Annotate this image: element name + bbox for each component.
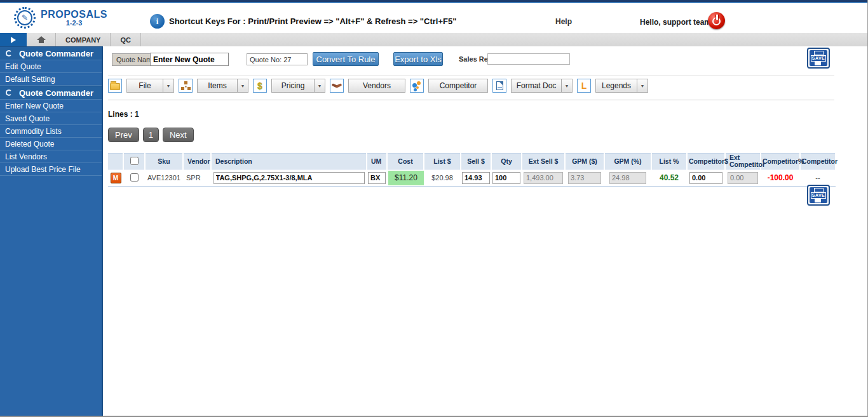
- tab-home[interactable]: [27, 33, 56, 46]
- prev-page-button[interactable]: Prev: [108, 128, 139, 142]
- items-menu-label[interactable]: Items: [197, 79, 238, 93]
- col-cost: Cost: [387, 154, 424, 169]
- sidebar-item-list-vendors[interactable]: List Vendors: [0, 150, 102, 163]
- um-input[interactable]: [368, 172, 386, 184]
- col-competitor: Competitor: [800, 154, 836, 169]
- folder-glyph: [110, 83, 120, 90]
- vendors-label[interactable]: Vendors: [348, 79, 405, 93]
- file-menu-label[interactable]: File: [126, 79, 163, 93]
- sku-value: AVE12301: [145, 169, 183, 187]
- tab-sidebar-toggle[interactable]: [0, 33, 27, 46]
- competitor-dollar-input[interactable]: [689, 172, 722, 184]
- col-competitor-dollar: Competitor$: [687, 154, 725, 169]
- floppy-disk-icon: SAVE: [810, 187, 827, 203]
- brand-title: PROPOSALS: [41, 10, 107, 19]
- pricing-menu-button[interactable]: Pricing ▼: [271, 79, 325, 93]
- help-link[interactable]: Help: [555, 17, 572, 26]
- legends-label[interactable]: Legends: [595, 79, 637, 93]
- sales-rep-input[interactable]: [487, 53, 570, 65]
- sidebar-item-edit-quote[interactable]: Edit Quote: [0, 60, 102, 73]
- competitor-pct-value: -100.00: [768, 173, 794, 182]
- col-sku: Sku: [145, 154, 183, 169]
- save-label: SAVE: [811, 55, 826, 62]
- col-gpm-dollar: GPM ($): [565, 154, 604, 169]
- ext-competitor-readonly: [728, 172, 758, 184]
- sidebar-item-deleted-quote[interactable]: Deleted Quote: [0, 138, 102, 150]
- document-glyph: [496, 81, 503, 90]
- format-doc-label[interactable]: Format Doc: [511, 79, 562, 93]
- folder-icon[interactable]: [108, 79, 122, 93]
- sidebar-item-commodity-lists[interactable]: Commodity Lists: [0, 125, 102, 138]
- ext-sell-readonly: [524, 172, 563, 184]
- divider: [108, 76, 834, 76]
- legends-menu-button[interactable]: Legends ▼: [595, 79, 648, 93]
- items-glyph: [181, 81, 191, 90]
- chevron-down-icon[interactable]: ▼: [562, 79, 573, 93]
- list-pct-value: 40.52: [660, 173, 679, 182]
- select-all-header: [123, 154, 145, 169]
- vendor-value: SPR: [183, 169, 211, 187]
- chevron-down-icon[interactable]: ▼: [637, 79, 648, 93]
- quote-no-input[interactable]: [247, 53, 308, 65]
- sidebar-item-enter-new-quote[interactable]: Enter New Quote: [0, 100, 102, 112]
- save-quote-button[interactable]: SAVE: [807, 48, 830, 69]
- items-icon[interactable]: [179, 79, 193, 93]
- tab-bar: COMPANY QC: [0, 33, 867, 46]
- sell-input[interactable]: [462, 172, 490, 184]
- chevron-down-icon[interactable]: ▼: [315, 79, 325, 93]
- page-1-button[interactable]: 1: [143, 128, 159, 142]
- gpm-dollar-readonly: [568, 172, 601, 184]
- competitor-button[interactable]: Competitor: [428, 79, 488, 93]
- competitor-label[interactable]: Competitor: [428, 79, 488, 93]
- brand-subtitle: 1-2-3: [41, 19, 107, 27]
- sidebar-section-label: Quote Commander: [19, 88, 93, 98]
- col-qty: Qty: [491, 154, 522, 169]
- competitor-icon[interactable]: [410, 79, 424, 93]
- col-um: UM: [367, 154, 387, 169]
- pricing-menu-label[interactable]: Pricing: [271, 79, 315, 93]
- tab-company[interactable]: COMPANY: [56, 33, 111, 46]
- chevron-down-icon[interactable]: ▼: [238, 79, 248, 93]
- list-price-value: $20.98: [424, 169, 461, 187]
- file-menu-button[interactable]: File ▼: [126, 79, 174, 93]
- content-area: Quote Commander Edit Quote Default Setti…: [0, 46, 867, 416]
- gpm-pct-readonly: [609, 172, 646, 184]
- info-icon: i: [150, 14, 165, 29]
- description-input[interactable]: [214, 172, 365, 184]
- lines-count-label: Lines : 1: [108, 110, 139, 119]
- legends-icon[interactable]: L: [577, 79, 591, 93]
- select-all-checkbox[interactable]: [130, 157, 139, 165]
- main-panel: Quote Name: Convert To Rule Export to Xl…: [103, 46, 867, 416]
- sidebar-item-saved-quote[interactable]: Saved Quote: [0, 112, 102, 125]
- chevron-down-icon[interactable]: ▼: [163, 79, 174, 93]
- sidebar-section-quote-commander-2[interactable]: Quote Commander: [0, 86, 102, 100]
- vendors-button[interactable]: Vendors: [348, 79, 405, 93]
- row-checkbox[interactable]: [130, 173, 139, 182]
- floppy-disk-icon: SAVE: [810, 50, 827, 66]
- export-to-xls-button[interactable]: Export to Xls: [393, 52, 443, 66]
- col-description: Description: [211, 154, 367, 169]
- sidebar-section-quote-commander-1[interactable]: Quote Commander: [0, 46, 102, 60]
- quote-name-input[interactable]: [150, 53, 229, 66]
- app-header: ✎ PROPOSALS 1-2-3 i Shortcut Keys For : …: [0, 3, 867, 33]
- qty-input[interactable]: [492, 172, 520, 184]
- vendors-glyph: [332, 82, 342, 89]
- save-lines-button[interactable]: SAVE: [807, 185, 830, 206]
- col-ext-sell: Ext Sell $: [522, 154, 565, 169]
- table-header-row: Sku Vendor Description UM Cost List $ Se…: [108, 154, 836, 169]
- pricing-icon[interactable]: $: [253, 79, 267, 93]
- col-sell: Sell $: [461, 154, 491, 169]
- sidebar-item-default-setting[interactable]: Default Setting: [0, 73, 102, 86]
- document-icon[interactable]: [492, 79, 506, 93]
- convert-to-rule-button[interactable]: Convert To Rule: [313, 52, 379, 66]
- vendors-icon[interactable]: [330, 79, 344, 93]
- items-menu-button[interactable]: Items ▼: [197, 79, 248, 93]
- quote-toolbar: File ▼ Items ▼ $ Pricing ▼ Vendors: [108, 79, 648, 93]
- manufacturer-flag-badge[interactable]: M: [111, 173, 121, 183]
- shortcut-keys-text: Shortcut Keys For : Print/Print Preview …: [169, 17, 456, 26]
- format-doc-menu-button[interactable]: Format Doc ▼: [511, 79, 573, 93]
- tab-qc[interactable]: QC: [111, 33, 141, 46]
- sidebar-item-upload-best-price-file[interactable]: Upload Best Price File: [0, 163, 102, 176]
- power-icon[interactable]: [708, 12, 725, 29]
- next-page-button[interactable]: Next: [163, 128, 194, 142]
